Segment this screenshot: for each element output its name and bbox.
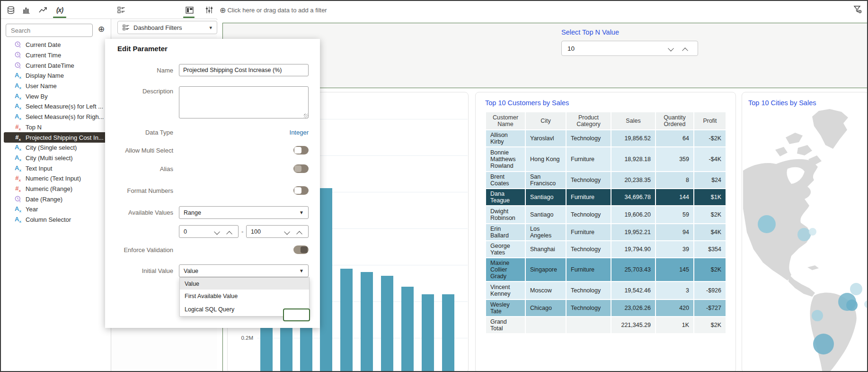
textarea-resize-grip[interactable]	[304, 114, 308, 118]
table-cell[interactable]: $354	[694, 241, 726, 258]
bar[interactable]	[422, 294, 434, 372]
table-row[interactable]: Maxine Collier GradySingaporeFurniture25…	[486, 258, 726, 281]
chevron-up-icon[interactable]	[226, 231, 232, 237]
city-sales-bubble[interactable]	[846, 299, 858, 311]
table-cell[interactable]: Technology	[566, 299, 611, 317]
sidebar-item-view-by[interactable]: AxView By	[1, 91, 111, 101]
menu-item-first-available-value[interactable]: First Available Value	[180, 290, 309, 303]
bar[interactable]	[361, 272, 373, 372]
table-cell[interactable]: Bonnie Matthews Rowland	[486, 147, 525, 172]
world-map[interactable]	[742, 108, 868, 372]
table-cell[interactable]: 25,703.43	[611, 258, 655, 281]
sidebar-item-current-time[interactable]: xCurrent Time	[1, 50, 111, 61]
table-cell[interactable]: San Francisco	[525, 172, 566, 189]
table-row[interactable]: Erin BallardLos AngelesFurniture19,952.2…	[486, 224, 726, 241]
visualizations-icon[interactable]	[21, 5, 31, 15]
chevron-down-icon[interactable]	[214, 229, 220, 235]
dashboard-filters-dropdown[interactable]: Dashboard Filters ▾	[117, 21, 217, 34]
chevron-up-icon[interactable]	[296, 231, 302, 237]
bar[interactable]	[340, 269, 353, 372]
table-cell[interactable]: 19,952.21	[611, 224, 655, 241]
table-cell[interactable]: Allison Kirby	[486, 130, 525, 147]
column-header[interactable]: Customer Name	[486, 112, 525, 130]
table-cell[interactable]: -$727	[694, 299, 726, 317]
parameter-name-input[interactable]	[179, 64, 309, 76]
table-cell[interactable]: Shanghai	[525, 241, 566, 258]
initial-value-select[interactable]: Value ▼	[179, 264, 309, 277]
filter-grid-icon[interactable]	[116, 5, 126, 15]
layout-view-icon[interactable]	[184, 5, 195, 15]
table-cell[interactable]: 64	[655, 130, 694, 147]
table-cell[interactable]: 23,026.26	[611, 299, 655, 317]
table-cell[interactable]: Furniture	[566, 147, 611, 172]
table-cell[interactable]: Furniture	[566, 189, 611, 206]
table-cell[interactable]: 420	[655, 299, 694, 317]
table-cell[interactable]: 59	[655, 206, 694, 224]
column-header[interactable]: City	[525, 112, 566, 130]
filter-settings-icon[interactable]	[853, 5, 862, 16]
data-icon[interactable]	[6, 5, 16, 15]
table-cell[interactable]: Technology	[566, 241, 611, 258]
table-cell[interactable]: $2K	[694, 317, 726, 334]
sidebar-item-user-name[interactable]: AxUser Name	[1, 81, 111, 91]
customers-table[interactable]: Customer NameCityProduct CategorySalesQu…	[485, 111, 726, 334]
table-cell[interactable]: Singapore	[525, 258, 566, 281]
table-cell[interactable]: 19,606.20	[611, 206, 655, 224]
table-cell[interactable]	[525, 317, 566, 334]
ok-button-partial[interactable]	[283, 308, 310, 321]
sidebar-item-year[interactable]: AxYear	[1, 204, 111, 215]
table-cell[interactable]: $24	[694, 172, 726, 189]
table-row[interactable]: Vincent KenneyMoscowTechnology19,542.463…	[486, 281, 726, 299]
city-sales-bubble[interactable]	[864, 300, 868, 308]
top-n-stepper[interactable]: 10	[561, 41, 698, 56]
sidebar-item-select-measure-s-for-righ[interactable]: AxSelect Measure(s) for Righ...	[1, 112, 111, 122]
bar[interactable]	[442, 294, 454, 372]
table-cell[interactable]	[566, 317, 611, 334]
table-cell[interactable]: Furniture	[566, 258, 611, 281]
allow-multi-select-toggle[interactable]	[293, 146, 309, 154]
sliders-icon[interactable]	[204, 5, 214, 15]
filter-drop-zone[interactable]: ⊕ Click here or drag data to add a filte…	[217, 1, 868, 19]
column-header[interactable]: Sales	[611, 112, 655, 130]
table-cell[interactable]: Dwight Robinson	[486, 206, 525, 224]
sidebar-item-column-selector[interactable]: AxColumn Selector	[1, 215, 111, 225]
table-cell[interactable]: 221,345.29	[611, 317, 655, 334]
table-cell[interactable]: 19,794.90	[611, 241, 655, 258]
table-cell[interactable]: Furniture	[566, 224, 611, 241]
table-row[interactable]: Allison KirbyYaroslavlTechnology19,856.5…	[486, 130, 726, 147]
sidebar-item-numeric-range[interactable]: #xNumeric (Range)	[1, 184, 111, 194]
parameters-fx-icon[interactable]: (x)	[53, 5, 66, 15]
add-parameter-button[interactable]: ⊕	[97, 25, 106, 34]
bar[interactable]	[401, 287, 414, 372]
table-cell[interactable]: Technology	[566, 172, 611, 189]
table-cell[interactable]: $1K	[694, 189, 726, 206]
table-cell[interactable]: Maxine Collier Grady	[486, 258, 525, 281]
table-cell[interactable]: Moscow	[525, 281, 566, 299]
table-cell[interactable]: Wesley Tate	[486, 299, 525, 317]
table-cell[interactable]: Brent Coates	[486, 172, 525, 189]
table-cell[interactable]: Technology	[566, 206, 611, 224]
city-sales-bubble[interactable]	[758, 215, 776, 233]
format-numbers-toggle[interactable]	[293, 186, 309, 195]
table-cell[interactable]: Dana Teague	[486, 189, 525, 206]
table-row[interactable]: Wesley TateChicagoTechnology23,026.26420…	[486, 299, 726, 317]
city-sales-bubble[interactable]	[809, 228, 816, 236]
table-row[interactable]: George YatesShanghaiTechnology19,794.903…	[486, 241, 726, 258]
table-row[interactable]: Dwight RobinsonSantiagoTechnology19,606.…	[486, 206, 726, 224]
range-min-stepper[interactable]: 0	[179, 225, 239, 238]
table-cell[interactable]: 144	[655, 189, 694, 206]
table-cell[interactable]: 8	[655, 172, 694, 189]
table-cell[interactable]: -$2K	[694, 130, 726, 147]
table-cell[interactable]: $2K	[694, 206, 726, 224]
column-header[interactable]: Product Category	[566, 112, 611, 130]
data-type-link[interactable]: Integer	[179, 129, 309, 136]
table-row[interactable]: Bonnie Matthews RowlandHong KongFurnitur…	[486, 147, 726, 172]
sidebar-item-city-multi-select[interactable]: AxCity (Multi select)	[1, 153, 111, 163]
table-cell[interactable]: 19,542.46	[611, 281, 655, 299]
sidebar-item-city-single-select[interactable]: AxCity (Single select)	[1, 143, 111, 153]
table-cell[interactable]: Yaroslavl	[525, 130, 566, 147]
menu-item-value[interactable]: Value	[180, 278, 309, 290]
column-header[interactable]: Quantity Ordered	[655, 112, 694, 130]
table-cell[interactable]: Technology	[566, 281, 611, 299]
table-cell[interactable]: $4K	[694, 224, 726, 241]
